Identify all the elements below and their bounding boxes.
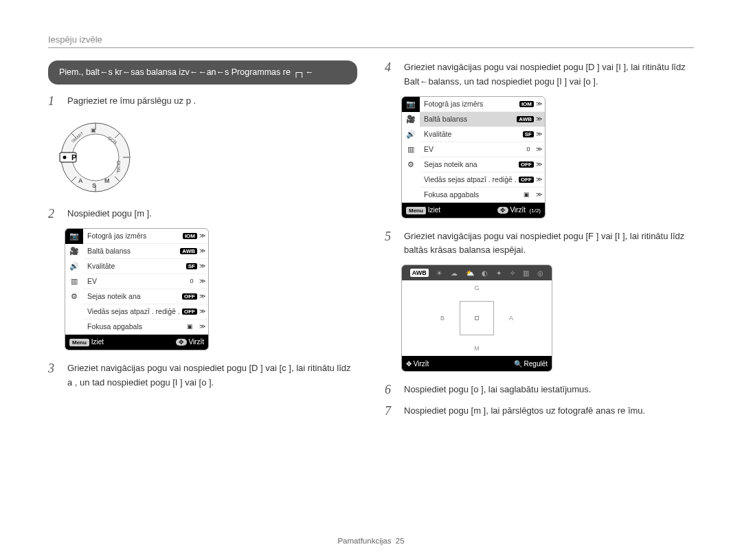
camera-menu-illustration-right: 📷 🎥 🔊 ▥ ⚙ Fotogrā jas izmērsIOM≫ Baltā b…: [401, 96, 546, 219]
menu-row: Baltā balanssAWB≫: [83, 244, 208, 259]
header-rule: [48, 47, 694, 48]
menu-row: Viedās sejas atpazī . rediģē .OFF≫: [83, 304, 208, 320]
menu-row: EV0 ≫: [420, 142, 545, 157]
menu-footer: Menu Iziet ✥ Virzīt: [65, 335, 208, 350]
camera-icon: 📷: [402, 97, 420, 112]
wb-label-B: B: [440, 315, 445, 322]
wb-label-M: M: [474, 345, 480, 352]
sound-icon: 🔊: [65, 259, 83, 274]
display-icon: ▥: [402, 142, 420, 157]
video-icon: 🎥: [65, 244, 83, 259]
gear-icon: ⚙: [402, 157, 420, 172]
menu-row: Sejas noteik anaOFF≫: [83, 289, 208, 304]
step-3-text: Grieziet navigācijas pogu vai nospiediet…: [67, 361, 357, 390]
step-2-text: Nospiediet pogu [m ].: [67, 207, 152, 221]
step-7-text: Nospiediet pogu [m ], lai pārslēgtos uz …: [404, 404, 645, 418]
camera-menu-illustration-left: 📷 🎥 🔊 ▥ ⚙ Fotogrā jas izmērsIOM≫ Baltā b…: [65, 228, 209, 350]
svg-text:P: P: [71, 153, 76, 161]
wb-label-G: G: [474, 284, 479, 291]
menu-row: Fokusa apgabals▣ ≫: [420, 188, 545, 203]
wb-options-bar: AWB ☀ ☁ ⛅ ◐ ✦ ✧ ▥ ◎: [402, 265, 552, 280]
gear-icon: ⚙: [65, 289, 83, 304]
step-4-text: Grieziet navigācijas pogu vai nospiediet…: [404, 60, 694, 89]
step-5-text: Grieziet navigācijas pogu vai nospiediet…: [404, 229, 694, 258]
svg-text:▣: ▣: [91, 127, 96, 133]
step-6: 6 Nospiediet pogu [o ], lai saglabātu ie…: [385, 383, 694, 397]
step-5-number: 5: [385, 229, 396, 244]
wb-target-square: [460, 301, 494, 335]
step-3: 3 Grieziet navigācijas pogu vai nospiedi…: [48, 361, 357, 390]
step-1-number: 1: [48, 94, 59, 109]
svg-text:S: S: [92, 182, 96, 189]
svg-text:M: M: [104, 177, 110, 184]
mode-dial-illustration: P ▣ SCN DUAL M S A SMART: [58, 120, 133, 195]
white-balance-adjust-illustration: AWB ☀ ☁ ⛅ ◐ ✦ ✧ ▥ ◎ G B A M ✥ Virzīt 🔍 R…: [401, 265, 552, 372]
nav-dot-icon: ✥: [497, 207, 508, 214]
wb-option-awb: AWB: [410, 269, 429, 277]
page-header: Iespēju izvēle: [48, 34, 694, 45]
step-5: 5 Grieziet navigācijas pogu vai nospiedi…: [385, 229, 694, 258]
sound-icon: 🔊: [402, 127, 420, 142]
step-7: 7 Nospiediet pogu [m ], lai pārslēgtos u…: [385, 404, 694, 418]
page-footer: Pamatfunkcijas 25: [0, 537, 742, 545]
nav-dot-icon: ✥: [406, 360, 412, 368]
wb-option-icon: ◎: [537, 269, 543, 277]
menu-row: Fokusa apgabals▣ ≫: [83, 320, 208, 335]
menu-footer: Menu Iziet ✥ Virzīt (1/2): [402, 203, 545, 218]
wb-footer: ✥ Virzīt 🔍 Regulēt: [402, 356, 552, 371]
menu-row: Viedās sejas atpazī . rediģē .OFF≫: [420, 172, 545, 188]
wb-option-icon: ▥: [523, 269, 529, 277]
wb-label-A: A: [509, 315, 513, 322]
step-4-number: 4: [385, 60, 396, 75]
left-column: Piem., balt←s kr←sas balansa izv←←an←s P…: [48, 60, 357, 425]
wb-option-icon: ✧: [510, 269, 515, 277]
menu-row: KvalitāteSF≫: [83, 259, 208, 274]
step-1-text: Pagrieziet re īmu pārslēgu uz p .: [67, 94, 196, 109]
step-1: 1 Pagrieziet re īmu pārslēgu uz p .: [48, 94, 357, 109]
display-icon: ▥: [65, 274, 83, 289]
step-3-number: 3: [48, 361, 59, 376]
wb-option-icon: ☁: [451, 269, 458, 277]
menu-row: EV0 ≫: [83, 274, 208, 289]
menu-button-badge: Menu: [69, 339, 89, 346]
menu-row: Fotogrā jas izmērsIOM≫: [83, 229, 208, 244]
step-2: 2 Nospiediet pogu [m ].: [48, 207, 357, 221]
wb-option-icon: ⛅: [466, 269, 474, 277]
example-pill: Piem., balt←s kr←sas balansa izv←←an←s P…: [48, 60, 357, 85]
menu-row: Fotogrā jas izmērsIOM≫: [420, 97, 545, 112]
menu-icon-column: 📷 🎥 🔊 ▥ ⚙: [402, 97, 420, 203]
svg-point-11: [63, 155, 67, 159]
content-columns: Piem., balt←s kr←sas balansa izv←←an←s P…: [48, 60, 694, 425]
step-6-text: Nospiediet pogu [o ], lai saglabātu iest…: [404, 383, 591, 397]
menu-icon-column: 📷 🎥 🔊 ▥ ⚙: [65, 229, 83, 335]
camera-icon: 📷: [65, 229, 83, 244]
wb-option-icon: ☀: [436, 269, 442, 277]
menu-row: Sejas noteik anaOFF≫: [420, 157, 545, 172]
menu-button-badge: Menu: [406, 207, 426, 214]
step-2-number: 2: [48, 207, 59, 221]
nav-dot-icon: ✥: [176, 339, 187, 346]
step-6-number: 6: [385, 383, 396, 397]
wb-grid: G B A M: [402, 280, 552, 356]
wb-center-dot: [475, 316, 479, 320]
menu-row-selected: Baltā balanssAWB≫: [420, 112, 545, 127]
right-column: 4 Grieziet navigācijas pogu vai nospiedi…: [385, 60, 694, 425]
menu-row: KvalitāteSF≫: [420, 127, 545, 142]
video-icon: 🎥: [402, 112, 420, 127]
menu-rows: Fotogrā jas izmērsIOM≫ Baltā balanssAWB≫…: [83, 229, 208, 335]
svg-text:DUAL: DUAL: [116, 161, 121, 174]
menu-rows: Fotogrā jas izmērsIOM≫ Baltā balanssAWB≫…: [420, 97, 545, 203]
step-4: 4 Grieziet navigācijas pogu vai nospiedi…: [385, 60, 694, 89]
step-7-number: 7: [385, 404, 396, 418]
wb-option-icon: ◐: [482, 269, 488, 277]
svg-text:A: A: [78, 177, 83, 184]
zoom-icon: 🔍: [514, 360, 522, 368]
wb-option-icon: ✦: [496, 269, 502, 277]
